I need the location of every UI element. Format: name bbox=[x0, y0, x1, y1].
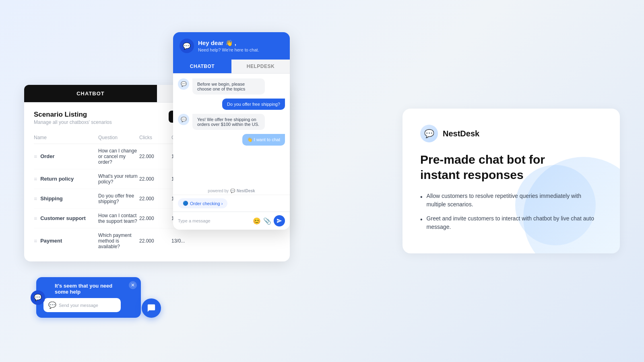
message-icon: 💬 bbox=[48, 301, 56, 309]
col-clicks: Clicks bbox=[139, 135, 171, 140]
drag-icon: ≡ bbox=[34, 176, 37, 182]
wave-emoji: 👋 bbox=[247, 137, 254, 142]
feature-list: • Allow customers to resolve repetitive … bbox=[420, 192, 602, 231]
row-name-label: Order bbox=[40, 153, 54, 159]
panel-title: Scenario Listing bbox=[34, 111, 112, 119]
row-clicks: 22.000 bbox=[139, 238, 171, 244]
nestdesk-brand: NestDesk bbox=[237, 189, 255, 193]
bot-avatar-2: 💬 bbox=[178, 114, 189, 125]
chat-fab-button[interactable] bbox=[142, 298, 161, 318]
feature-item-2: • Greet and invite customers to interact… bbox=[420, 214, 602, 231]
row-name: ≡ Shipping bbox=[34, 195, 98, 202]
chat-header-top: 💬 Hey dear 👋 , Need help? We're here to … bbox=[180, 39, 283, 53]
bubble-text: It's seem that you need some help bbox=[55, 283, 121, 295]
row-question: Which payment method is available? bbox=[98, 232, 139, 249]
row-question: Do you offer free shipping? bbox=[98, 193, 139, 204]
chat-header: 💬 Hey dear 👋 , Need help? We're here to … bbox=[173, 32, 290, 60]
row-name-label: Return policy bbox=[40, 176, 74, 182]
brand-name: NestDesk bbox=[443, 129, 479, 138]
bot-avatar: 💬 bbox=[178, 78, 189, 90]
heading-line2: instant responses bbox=[420, 168, 524, 181]
bot-message-2: 💬 Yes! We offer free shipping on orders … bbox=[178, 114, 285, 130]
table-row: ≡ Payment Which payment method is availa… bbox=[34, 228, 280, 253]
user-bubble-2: 👋 I want to chat bbox=[242, 134, 285, 146]
row-question: What's your return policy? bbox=[98, 173, 139, 185]
row-clicks: 22.000 bbox=[139, 216, 171, 221]
drag-icon: ≡ bbox=[34, 238, 37, 244]
drag-icon: ≡ bbox=[34, 195, 37, 202]
row-name: ≡ Return policy bbox=[34, 176, 98, 182]
bot-bubble-2: Yes! We offer free shipping on orders ov… bbox=[192, 114, 265, 130]
bot-message-1: 💬 Before we begin, please choose one of … bbox=[178, 78, 285, 95]
chat-tab-helpdesk[interactable]: HELPDESK bbox=[231, 60, 290, 73]
send-button[interactable] bbox=[274, 215, 285, 226]
attach-icon[interactable]: 📎 bbox=[263, 217, 271, 225]
bullet-2: • bbox=[420, 215, 423, 224]
row-clicks: 22.000 bbox=[139, 176, 171, 182]
user-message-1: Do you offer free shipping? bbox=[178, 99, 285, 110]
chat-messages: 💬 Before we begin, please choose one of … bbox=[173, 74, 290, 186]
user-bubble-2-text: I want to chat bbox=[254, 137, 280, 142]
page-wrapper: CHATBOT HELPDESK Scenario Listing Manage… bbox=[0, 0, 644, 362]
tab-chatbot[interactable]: CHATBOT bbox=[24, 85, 157, 102]
quick-reply-button[interactable]: 🔵 Order checking › bbox=[178, 198, 227, 208]
powered-by-label: powered by bbox=[208, 189, 229, 193]
right-panel: 💬 NestDesk Pre-made chat bot for instant… bbox=[402, 109, 620, 253]
nestdesk-logo-small: 💬 bbox=[230, 189, 235, 193]
user-message-2: 👋 I want to chat bbox=[178, 134, 285, 146]
panel-title-block: Scenario Listing Manage all your chatbox… bbox=[34, 111, 112, 125]
row-name-label: Shipping bbox=[40, 195, 63, 202]
panel-subtitle: Manage all your chatboxs' scenarios bbox=[34, 119, 112, 125]
brand-row: 💬 NestDesk bbox=[420, 125, 602, 142]
chat-tab-chatbot[interactable]: CHATBOT bbox=[173, 60, 231, 73]
chat-header-text: Hey dear 👋 , Need help? We're here to ch… bbox=[198, 39, 259, 52]
col-question: Question bbox=[98, 135, 139, 140]
bullet-1: • bbox=[420, 192, 423, 202]
row-name-label: Payment bbox=[40, 238, 62, 244]
drag-icon: ≡ bbox=[34, 215, 37, 222]
emoji-icon[interactable]: 😊 bbox=[253, 217, 261, 225]
chat-tabs: CHATBOT HELPDESK bbox=[173, 60, 290, 74]
row-clicks: 22.000 bbox=[139, 154, 171, 159]
row-question: How can I contact the support team? bbox=[98, 213, 139, 224]
chat-avatar: 💬 bbox=[180, 39, 194, 53]
user-bubble-1: Do you offer free shipping? bbox=[222, 99, 285, 110]
chat-powered: powered by 💬 NestDesk bbox=[173, 186, 290, 195]
row-date: 13/0... bbox=[171, 238, 216, 244]
bubble-avatar: 💬 bbox=[31, 290, 45, 305]
chat-widget: 💬 Hey dear 👋 , Need help? We're here to … bbox=[173, 32, 290, 230]
feature-text-2: Greet and invite customers to interact w… bbox=[427, 214, 602, 231]
bubble-input-area: 💬 Send your message bbox=[43, 298, 121, 312]
heading-line1: Pre-made chat bot for bbox=[420, 153, 545, 166]
row-clicks: 22.000 bbox=[139, 196, 171, 202]
chat-input-area: 😊 📎 bbox=[173, 212, 290, 230]
row-name: ≡ Payment bbox=[34, 238, 98, 244]
feature-text-1: Allow customers to resolve repetitive qu… bbox=[427, 192, 602, 209]
feature-item-1: • Allow customers to resolve repetitive … bbox=[420, 192, 602, 209]
quick-reply-icon: 🔵 bbox=[183, 201, 188, 206]
drag-icon: ≡ bbox=[34, 153, 37, 160]
chat-input[interactable] bbox=[178, 218, 250, 223]
panel-heading: Pre-made chat bot for instant responses bbox=[420, 152, 602, 182]
chat-bubble-widget: 💬 ✕ It's seem that you need some help 💬 … bbox=[36, 277, 141, 318]
chat-subtext: Need help? We're here to chat. bbox=[198, 47, 259, 52]
bubble-input-placeholder: Send your message bbox=[59, 303, 98, 308]
row-question: How can I change or cancel my order? bbox=[98, 148, 139, 165]
chat-quick-reply: 🔵 Order checking › bbox=[173, 195, 290, 212]
col-name: Name bbox=[34, 135, 98, 140]
chat-bubble-card: 💬 ✕ It's seem that you need some help 💬 … bbox=[36, 277, 141, 318]
chat-greeting: Hey dear 👋 , bbox=[198, 39, 259, 47]
bubble-close-button[interactable]: ✕ bbox=[129, 281, 137, 289]
row-name: ≡ Customer support bbox=[34, 215, 98, 222]
brand-logo: 💬 bbox=[420, 125, 438, 142]
row-name: ≡ Order bbox=[34, 153, 98, 160]
quick-reply-label: Order checking › bbox=[190, 201, 223, 206]
bot-bubble-1: Before we begin, please choose one of th… bbox=[192, 78, 265, 95]
row-name-label: Customer support bbox=[40, 215, 86, 221]
